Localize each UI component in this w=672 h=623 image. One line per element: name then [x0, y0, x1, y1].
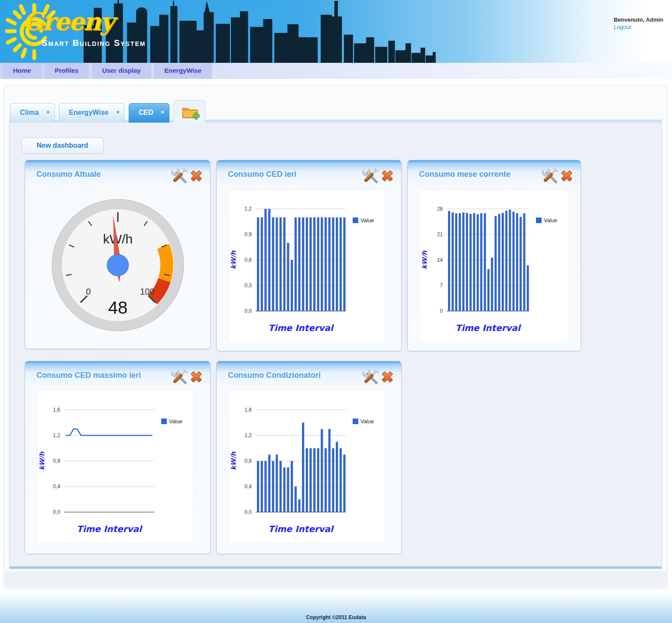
svg-text:0,3: 0,3 — [244, 282, 252, 289]
folder-add-icon — [181, 104, 200, 120]
svg-text:kW/h: kW/h — [421, 250, 429, 269]
nav-item-user-display[interactable]: User display — [92, 63, 151, 79]
widget-consumo-attuale: Consumo Attuale 0100kW/h48 — [25, 160, 211, 349]
svg-text:Value: Value — [169, 419, 182, 425]
tab-label: EnergyWise — [69, 109, 108, 116]
close-widget-icon[interactable] — [559, 168, 575, 184]
widget-title: Consumo CED ieri — [228, 170, 296, 179]
tab-ced[interactable]: CED × — [129, 103, 169, 123]
svg-text:28: 28 — [437, 206, 443, 212]
close-widget-icon[interactable] — [380, 168, 395, 184]
bar-chart: 0,00,30,60,91,2ValuekW/hTime Interval — [228, 189, 385, 342]
svg-text:0: 0 — [86, 287, 91, 296]
app-header: Greeny Smart Building System Benvenuto, … — [0, 0, 672, 63]
widget-title: Consumo Condizionatori — [228, 371, 321, 380]
dashboard-content: New dashboard Consumo Attuale 0100kW/h48… — [9, 123, 662, 569]
configure-widget-icon[interactable] — [171, 368, 188, 386]
svg-text:0,0: 0,0 — [244, 308, 252, 314]
tab-label: Clima — [20, 109, 39, 116]
tab-close-icon[interactable]: × — [161, 109, 164, 115]
svg-text:0,4: 0,4 — [53, 483, 60, 490]
greeny-app: Greeny Smart Building System Benvenuto, … — [0, 0, 672, 623]
svg-text:0,0: 0,0 — [53, 509, 60, 515]
tab-label: CED — [139, 109, 153, 116]
tab-clima[interactable]: Clima × — [10, 103, 55, 123]
dashboard-tabbar: Clima × EnergyWise × CED × — [9, 100, 662, 123]
configure-widget-icon[interactable] — [362, 368, 380, 386]
dashboard-panel: Clima × EnergyWise × CED × New dashboard… — [3, 85, 668, 589]
tab-close-icon[interactable]: × — [46, 109, 50, 115]
svg-text:0: 0 — [440, 308, 443, 314]
svg-text:Time Interval: Time Interval — [455, 323, 521, 333]
svg-text:0,6: 0,6 — [244, 257, 252, 263]
svg-text:48: 48 — [108, 298, 128, 317]
new-dashboard-button[interactable]: New dashboard — [21, 137, 104, 154]
svg-text:Time Interval: Time Interval — [268, 524, 334, 534]
svg-text:0,8: 0,8 — [53, 458, 60, 464]
main-nav: Home Profiles User display EnergyWise — [0, 63, 672, 79]
svg-text:1,2: 1,2 — [244, 432, 252, 438]
bar-chart: 07142128ValuekW/hTime Interval — [419, 189, 568, 342]
svg-text:1,6: 1,6 — [244, 407, 252, 413]
panel-footer-strip — [5, 571, 666, 588]
widget-consumo-ced-ieri: Consumo CED ieri 0,00,30,60,91,2ValuekW/… — [216, 160, 402, 351]
configure-widget-icon[interactable] — [362, 167, 380, 185]
svg-text:Time Interval: Time Interval — [268, 323, 334, 333]
widget-consumo-mese-corrente: Consumo mese corrente 07142128ValuekW/hT… — [407, 160, 581, 351]
svg-text:1,2: 1,2 — [53, 432, 60, 438]
svg-text:kW/h: kW/h — [230, 250, 237, 269]
widget-title: Consumo mese corrente — [419, 170, 510, 179]
svg-text:Value: Value — [544, 217, 557, 224]
svg-text:21: 21 — [437, 231, 443, 237]
svg-text:Value: Value — [360, 217, 374, 224]
svg-text:0,8: 0,8 — [244, 458, 252, 464]
new-tab-button[interactable] — [173, 100, 205, 123]
svg-text:0,0: 0,0 — [244, 509, 252, 515]
svg-text:Value: Value — [360, 419, 374, 425]
close-widget-icon[interactable] — [188, 369, 204, 385]
svg-text:100: 100 — [140, 287, 154, 296]
bar-chart: 0,00,40,81,21,6ValuekW/hTime Interval — [228, 390, 385, 543]
svg-text:14: 14 — [437, 257, 443, 263]
logo-subtitle: Smart Building System — [42, 38, 146, 48]
configure-widget-icon[interactable] — [171, 167, 188, 185]
copyright-text: Copyright ©2011 Eudata — [0, 614, 672, 620]
close-widget-icon[interactable] — [380, 369, 395, 385]
svg-text:Time Interval: Time Interval — [77, 524, 143, 534]
logo-title: Greeny — [23, 7, 114, 36]
welcome-text: Benvenuto, Admin — [614, 16, 663, 23]
page-footer: Copyright ©2011 Eudata — [0, 592, 672, 623]
logout-link[interactable]: Logout — [614, 24, 663, 30]
widget-title: Consumo CED massimo ieri — [36, 371, 141, 380]
svg-text:7: 7 — [440, 282, 443, 289]
gauge-chart: 0100kW/h48 — [48, 195, 188, 335]
svg-text:0,4: 0,4 — [244, 483, 252, 490]
nav-item-energywise[interactable]: EnergyWise — [154, 63, 212, 79]
line-chart: 0,00,40,81,21,6ValuekW/hTime Interval — [37, 390, 194, 543]
widget-consumo-ced-massimo-ieri: Consumo CED massimo ieri 0,00,40,81,21,6… — [25, 361, 211, 554]
svg-text:1,6: 1,6 — [53, 407, 60, 413]
widget-title: Consumo Attuale — [36, 170, 101, 179]
close-widget-icon[interactable] — [188, 168, 204, 184]
city-skyline-image — [84, 0, 437, 63]
svg-text:1,2: 1,2 — [244, 206, 252, 212]
configure-widget-icon[interactable] — [542, 167, 559, 185]
tab-energywise[interactable]: EnergyWise × — [59, 103, 124, 123]
svg-text:kW/h: kW/h — [38, 451, 46, 470]
tab-close-icon[interactable]: × — [116, 109, 120, 115]
svg-text:kW/h: kW/h — [230, 451, 237, 470]
widget-consumo-condizionatori: Consumo Condizionatori 0,00,40,81,21,6Va… — [216, 361, 402, 554]
nav-item-profiles[interactable]: Profiles — [44, 63, 89, 79]
svg-text:0,9: 0,9 — [244, 231, 252, 237]
nav-item-home[interactable]: Home — [3, 63, 42, 79]
